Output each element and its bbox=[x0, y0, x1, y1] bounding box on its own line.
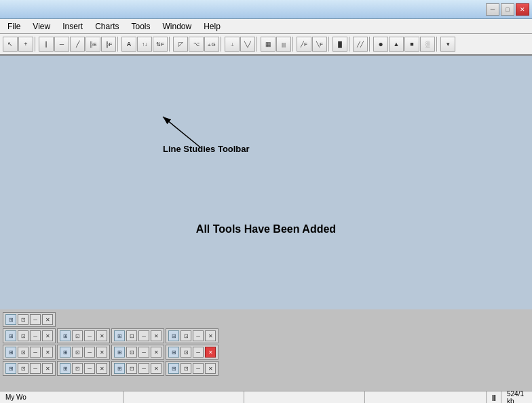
panel-icon: ⊞ bbox=[60, 347, 71, 358]
tool-speed1[interactable]: ╲╱ bbox=[240, 37, 255, 52]
tool-triangle-angle[interactable]: ◸ bbox=[173, 37, 188, 52]
tool-channel-e[interactable]: ╠E bbox=[86, 37, 100, 52]
panel-restore-btn[interactable]: ⊡ bbox=[18, 363, 28, 374]
panel-close-btn[interactable]: ✕ bbox=[205, 330, 216, 341]
panel-icon: ⊞ bbox=[168, 330, 179, 341]
panel-icon: ⊞ bbox=[5, 314, 16, 325]
panel-min-btn[interactable]: ─ bbox=[193, 347, 204, 358]
status-section-4 bbox=[365, 391, 486, 403]
tool-rectangle[interactable]: ■ bbox=[404, 37, 419, 52]
tool-speed-f[interactable]: ╱F bbox=[297, 37, 311, 52]
panel-min-btn[interactable]: ─ bbox=[84, 347, 95, 358]
panel-restore-btn[interactable]: ⊡ bbox=[126, 330, 137, 341]
close-button[interactable]: ✕ bbox=[516, 3, 529, 16]
menu-view[interactable]: View bbox=[26, 20, 56, 33]
panel-close-btn[interactable]: ✕ bbox=[42, 363, 53, 374]
toolbar-separator-8 bbox=[349, 37, 352, 52]
panel-close-btn[interactable]: ✕ bbox=[151, 330, 162, 341]
panel-0-0: ⊞ ⊡ ─ ✕ bbox=[3, 312, 56, 327]
status-bar: My Wo |||| 524/1 kb bbox=[0, 391, 532, 403]
panel-restore-btn[interactable]: ⊡ bbox=[72, 347, 83, 358]
tool-pitchfork[interactable]: ⌥ bbox=[189, 37, 204, 52]
maximize-button[interactable]: □ bbox=[501, 3, 514, 16]
menu-help[interactable]: Help bbox=[197, 20, 227, 33]
tool-channel-f[interactable]: ╠F bbox=[101, 37, 116, 52]
panel-restore-btn[interactable]: ⊡ bbox=[18, 347, 28, 358]
panel-1-0: ⊞ ⊡ ─ ✕ bbox=[3, 328, 56, 343]
panel-3-2: ⊞ ⊡ ─ ✕ bbox=[111, 361, 164, 376]
panel-restore-btn[interactable]: ⊡ bbox=[180, 347, 191, 358]
tool-more[interactable]: ▾ bbox=[440, 37, 455, 52]
tool-hatched-rect[interactable]: ░ bbox=[420, 37, 435, 52]
panel-close-btn[interactable]: ✕ bbox=[42, 314, 53, 325]
annotation-label: Line Studies Toolbar bbox=[163, 144, 250, 154]
panel-icon: ⊞ bbox=[114, 330, 125, 341]
panel-close-btn[interactable]: ✕ bbox=[96, 347, 107, 358]
menu-insert[interactable]: Insert bbox=[56, 20, 89, 33]
tool-triangle-up[interactable]: ▲ bbox=[389, 37, 404, 52]
tool-text[interactable]: A bbox=[121, 37, 136, 52]
panel-restore-btn[interactable]: ⊡ bbox=[72, 330, 83, 341]
panel-close-btn[interactable]: ✕ bbox=[151, 363, 162, 374]
panel-2-1: ⊞ ⊡ ─ ✕ bbox=[57, 345, 110, 360]
tool-hline[interactable]: ─ bbox=[54, 37, 69, 52]
panel-restore-btn[interactable]: ⊡ bbox=[18, 330, 28, 341]
menu-charts[interactable]: Charts bbox=[89, 20, 125, 33]
panel-restore-btn[interactable]: ⊡ bbox=[18, 314, 28, 325]
menu-bar: File View Insert Charts Tools Window Hel… bbox=[0, 19, 532, 34]
panel-close-btn[interactable]: ✕ bbox=[96, 363, 107, 374]
panel-3-1: ⊞ ⊡ ─ ✕ bbox=[57, 361, 110, 376]
panel-close-btn[interactable]: ✕ bbox=[96, 330, 107, 341]
tool-fan-g[interactable]: ⟁G bbox=[204, 37, 219, 52]
status-section-2 bbox=[124, 391, 244, 403]
tool-fan2[interactable]: ⟂ bbox=[225, 37, 240, 52]
tool-speed2-f[interactable]: ╲F bbox=[312, 37, 327, 52]
panel-min-btn[interactable]: ─ bbox=[84, 330, 95, 341]
panel-min-btn[interactable]: ─ bbox=[193, 330, 204, 341]
panel-restore-btn[interactable]: ⊡ bbox=[126, 363, 137, 374]
toolbar-separator-10 bbox=[436, 37, 439, 52]
menu-file[interactable]: File bbox=[1, 20, 26, 33]
tool-elliott2[interactable]: ⇅F bbox=[153, 37, 168, 52]
annotation: Line Studies Toolbar bbox=[122, 110, 292, 191]
menu-window[interactable]: Window bbox=[157, 20, 198, 33]
tool-vline[interactable]: | bbox=[39, 37, 54, 52]
menu-tools[interactable]: Tools bbox=[126, 20, 157, 33]
tool-grid[interactable]: ▦ bbox=[261, 37, 276, 52]
tool-crosshair[interactable]: + bbox=[18, 37, 33, 52]
tool-elliott1[interactable]: ↑↓ bbox=[137, 37, 152, 52]
panel-min-btn[interactable]: ─ bbox=[138, 363, 149, 374]
panel-restore-btn[interactable]: ⊡ bbox=[180, 330, 191, 341]
panels-area: ⊞ ⊡ ─ ✕ ⊞ ⊡ ─ ✕ ⊞ ⊡ ─ ✕ ⊞ ⊡ ─ ✕ ⊞ ⊡ ─ bbox=[0, 309, 532, 391]
panel-min-btn[interactable]: ─ bbox=[193, 363, 204, 374]
tool-hatched[interactable]: ╱╱ bbox=[353, 37, 368, 52]
tool-trendline[interactable]: ╱ bbox=[70, 37, 85, 52]
panel-close-btn[interactable]: ✕ bbox=[205, 363, 216, 374]
panel-restore-btn[interactable]: ⊡ bbox=[72, 363, 83, 374]
panel-icon: ⊞ bbox=[5, 330, 16, 341]
panel-1-2: ⊞ ⊡ ─ ✕ bbox=[111, 328, 164, 343]
status-workspace: My Wo bbox=[3, 391, 124, 403]
panel-min-btn[interactable]: ─ bbox=[30, 330, 41, 341]
panel-2-0: ⊞ ⊡ ─ ✕ bbox=[3, 345, 56, 360]
panel-restore-btn[interactable]: ⊡ bbox=[180, 363, 191, 374]
tool-vlines[interactable]: ||| bbox=[276, 37, 291, 52]
tool-circle[interactable]: ● bbox=[373, 37, 388, 52]
panel-close-btn[interactable]: ✕ bbox=[42, 330, 53, 341]
tool-bars[interactable]: ▐▌ bbox=[332, 37, 347, 52]
panel-close-btn[interactable]: ✕ bbox=[151, 347, 162, 358]
panel-min-btn[interactable]: ─ bbox=[30, 314, 41, 325]
panel-close-btn-active[interactable]: ✕ bbox=[205, 347, 216, 358]
panel-min-btn[interactable]: ─ bbox=[30, 363, 41, 374]
panel-min-btn[interactable]: ─ bbox=[30, 347, 41, 358]
toolbar-separator-7 bbox=[328, 37, 331, 52]
panel-close-btn[interactable]: ✕ bbox=[42, 347, 53, 358]
panel-icon: ⊞ bbox=[5, 363, 16, 374]
panel-min-btn[interactable]: ─ bbox=[138, 347, 149, 358]
panel-min-btn[interactable]: ─ bbox=[138, 330, 149, 341]
minimize-button[interactable]: ─ bbox=[486, 3, 499, 16]
panel-min-btn[interactable]: ─ bbox=[84, 363, 95, 374]
toolbar-separator-3 bbox=[169, 37, 172, 52]
tool-cursor[interactable]: ↖ bbox=[3, 37, 18, 52]
panel-restore-btn[interactable]: ⊡ bbox=[126, 347, 137, 358]
